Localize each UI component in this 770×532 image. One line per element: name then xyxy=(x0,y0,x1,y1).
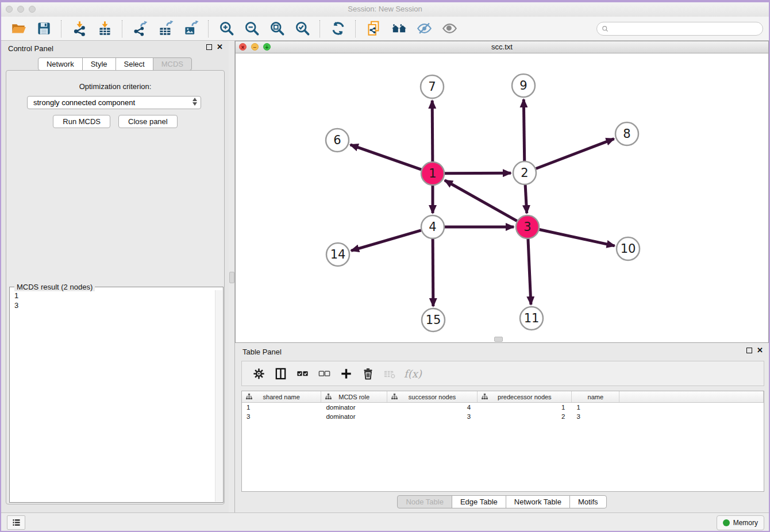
table-row[interactable]: 1dominator411 xyxy=(242,403,764,412)
cell: 1 xyxy=(572,403,619,412)
column-header-label: successor nodes xyxy=(409,394,456,400)
node-label-14: 14 xyxy=(330,248,346,261)
table-panel-title: Table Panel xyxy=(242,348,282,356)
column-header-predecessor-nodes[interactable]: predecessor nodes xyxy=(478,391,572,402)
save-icon[interactable] xyxy=(35,20,52,37)
cell: 1 xyxy=(242,403,321,412)
export-network-icon[interactable] xyxy=(132,20,149,37)
zoom-selected-icon[interactable] xyxy=(294,20,311,37)
import-network-icon[interactable] xyxy=(71,20,88,37)
column-header-label: name xyxy=(588,394,604,400)
mcds-result-text[interactable]: 13 xyxy=(10,291,215,502)
result-line: 3 xyxy=(14,300,215,310)
refresh-icon[interactable] xyxy=(329,20,346,37)
column-header-name[interactable]: name xyxy=(572,391,619,402)
open-icon[interactable] xyxy=(10,20,27,37)
tab-select[interactable]: Select xyxy=(116,57,153,71)
edge-4-14[interactable] xyxy=(351,230,421,250)
node-label-6: 6 xyxy=(333,133,341,147)
export-image-icon[interactable] xyxy=(182,20,199,37)
attribute-tree-icon xyxy=(245,393,253,400)
edge-layer xyxy=(351,99,615,306)
function-builder-icon: f(x) xyxy=(404,368,422,380)
search-icon xyxy=(601,25,610,33)
node-label-10: 10 xyxy=(621,242,636,256)
columns-icon[interactable] xyxy=(272,365,288,381)
tab-node-table[interactable]: Node Table xyxy=(397,495,452,508)
float-panel-icon[interactable] xyxy=(206,44,212,50)
eye-slash-icon[interactable] xyxy=(415,20,433,37)
edge-2-9[interactable] xyxy=(523,99,524,161)
control-panel-header: Control Panel ✕ xyxy=(1,41,229,56)
float-table-panel-icon[interactable] xyxy=(746,348,752,353)
table-panel: Table Panel ✕ f(x) shared nameMCDS roles… xyxy=(235,344,769,513)
tab-network-table[interactable]: Network Table xyxy=(506,495,570,508)
zoom-fit-icon[interactable] xyxy=(268,20,286,37)
view-resize-handle[interactable] xyxy=(494,337,503,342)
tab-style[interactable]: Style xyxy=(82,57,116,71)
node-label-1: 1 xyxy=(429,167,436,180)
clone-network-icon[interactable] xyxy=(365,20,382,37)
optimization-dropdown[interactable]: strongly connected component xyxy=(27,96,201,109)
network-view-body[interactable]: 7968124314101511 xyxy=(236,53,768,343)
edge-1-2[interactable] xyxy=(445,173,511,174)
select-all-icon[interactable] xyxy=(294,365,310,381)
panel-divider[interactable] xyxy=(229,41,235,513)
divider-handle[interactable] xyxy=(229,272,234,283)
control-panel-tabs: NetworkStyleSelectMCDS xyxy=(1,57,229,71)
optimization-dropdown-value: strongly connected component xyxy=(33,98,135,107)
column-header-successor-nodes[interactable]: successor nodes xyxy=(387,391,478,402)
edge-3-1[interactable] xyxy=(445,180,517,221)
run-mcds-button[interactable]: Run MCDS xyxy=(53,115,110,128)
search-input[interactable] xyxy=(610,23,763,34)
cell: 4 xyxy=(387,403,478,412)
network-canvas[interactable]: 7968124314101511 xyxy=(236,53,768,343)
cell: 2 xyxy=(478,412,572,421)
toolbar-separator xyxy=(319,20,321,37)
export-table-icon[interactable] xyxy=(157,20,174,37)
node-label-11: 11 xyxy=(524,311,540,325)
table-row[interactable]: 3dominator323 xyxy=(242,412,764,421)
gear-icon[interactable] xyxy=(251,365,267,381)
close-table-panel-icon[interactable]: ✕ xyxy=(757,348,763,353)
edge-3-11[interactable] xyxy=(528,239,531,304)
home-icon[interactable] xyxy=(390,20,407,37)
delete-table-icon xyxy=(382,365,398,381)
edge-4-15[interactable] xyxy=(433,239,433,306)
column-header-label: predecessor nodes xyxy=(498,394,552,400)
result-scrollbar[interactable] xyxy=(215,290,222,502)
node-label-7: 7 xyxy=(428,80,436,94)
import-table-icon[interactable] xyxy=(96,20,113,37)
close-panel-button[interactable]: Close panel xyxy=(118,115,178,128)
zoom-out-icon[interactable] xyxy=(243,20,260,37)
add-icon[interactable] xyxy=(338,365,354,381)
panel-menu-button[interactable] xyxy=(7,515,25,530)
search-box[interactable] xyxy=(596,22,763,36)
table-tabs: Node TableEdge TableNetwork TableMotifs xyxy=(235,495,769,508)
edge-3-10[interactable] xyxy=(540,229,615,245)
zoom-in-icon[interactable] xyxy=(218,20,235,37)
toolbar-separator xyxy=(122,20,123,37)
column-header-shared-name[interactable]: shared name xyxy=(242,391,321,402)
eye-icon[interactable] xyxy=(441,20,458,37)
tab-mcds[interactable]: MCDS xyxy=(153,57,192,71)
trash-icon[interactable] xyxy=(360,365,376,381)
edge-1-7[interactable] xyxy=(432,101,433,161)
chevron-updown-icon xyxy=(192,98,197,106)
mcds-result-box: MCDS result (2 nodes) 13 xyxy=(9,287,224,503)
edge-1-6[interactable] xyxy=(351,145,422,169)
tab-network[interactable]: Network xyxy=(38,57,83,71)
close-panel-icon[interactable]: ✕ xyxy=(217,44,223,50)
edge-2-3[interactable] xyxy=(525,185,527,213)
node-label-2: 2 xyxy=(521,166,528,180)
cell: 3 xyxy=(572,412,619,421)
column-header-MCDS-role[interactable]: MCDS role xyxy=(321,391,387,402)
edge-2-8[interactable] xyxy=(536,139,614,169)
column-header-empty[interactable] xyxy=(619,391,764,402)
memory-button[interactable]: Memory xyxy=(717,515,764,530)
toolbar-separator xyxy=(355,20,356,37)
tab-edge-table[interactable]: Edge Table xyxy=(452,495,506,508)
node-label-15: 15 xyxy=(426,313,441,327)
unselect-all-icon[interactable] xyxy=(316,365,332,381)
tab-motifs[interactable]: Motifs xyxy=(569,495,607,508)
